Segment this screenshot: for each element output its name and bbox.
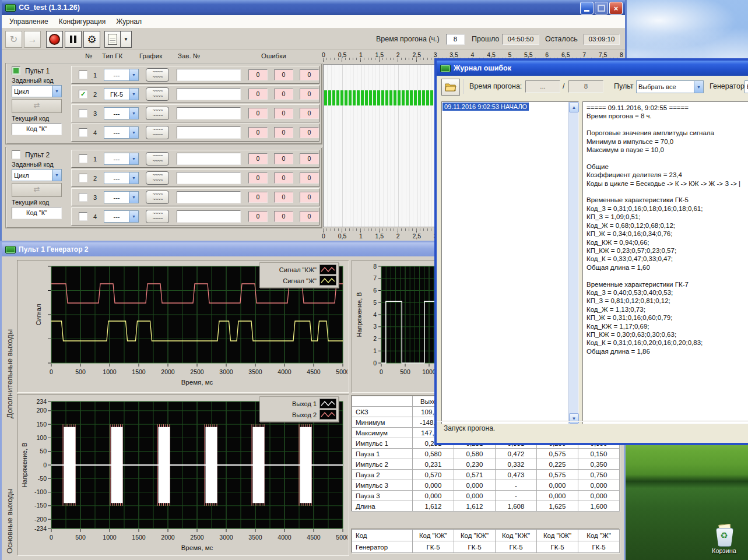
log-list-item-selected[interactable]: 09.11.2016 9:02:53 НАЧАЛО <box>443 103 529 111</box>
serial-number-input[interactable] <box>177 126 241 139</box>
chevron-down-icon[interactable]: ▼ <box>129 69 138 80</box>
svg-text:4000: 4000 <box>278 368 292 375</box>
runtime-from-field[interactable]: ... <box>525 80 560 93</box>
graph-button[interactable]: ~~~~~~~~ <box>146 171 169 185</box>
open-log-button[interactable] <box>441 79 460 96</box>
svg-text:500: 500 <box>75 368 86 375</box>
pult-select-arrow-icon[interactable]: ▼ <box>694 81 703 93</box>
serial-number-input[interactable] <box>177 191 241 203</box>
graph-button[interactable]: ~~~~~~~~ <box>146 87 169 101</box>
svg-text:500: 500 <box>400 368 410 375</box>
gk-type-select[interactable]: ---▼ <box>104 69 139 81</box>
gk-type-value: --- <box>104 156 129 163</box>
chevron-down-icon[interactable]: ▼ <box>52 170 61 181</box>
settings-button[interactable]: ⚙ <box>83 31 100 48</box>
set-code-select[interactable]: Цикл▼ <box>12 85 62 97</box>
swap-code-button[interactable]: ⇄ <box>12 99 62 113</box>
graph-button[interactable]: ~~~~~~~~ <box>146 152 169 165</box>
generator-enable-checkbox[interactable] <box>79 212 87 221</box>
gk-type-value: --- <box>104 72 129 79</box>
error-count-field: 0 <box>248 192 268 203</box>
generator-select[interactable]: Выбрать все ▼ <box>745 80 748 93</box>
pause-button[interactable] <box>65 31 82 48</box>
gk-type-select[interactable]: ---▼ <box>104 107 139 119</box>
swap-code-button[interactable]: ⇄ <box>12 183 62 197</box>
sync-button[interactable]: ↻ <box>5 31 22 48</box>
gk-type-select[interactable]: ---▼ <box>104 172 139 184</box>
chevron-down-icon[interactable]: ▼ <box>129 153 138 164</box>
pult-group-1: Пульт 1Заданный кодЦикл▼⇄Текущий кодКод … <box>5 63 322 145</box>
value-cell: 0,570 <box>413 470 454 480</box>
generator-enable-checkbox[interactable] <box>79 109 87 118</box>
generator-enable-checkbox[interactable]: ✓ <box>79 90 87 98</box>
chevron-down-icon[interactable]: ▼ <box>52 86 61 97</box>
menu-item-Журнал[interactable]: Журнал <box>111 16 147 27</box>
list-scrollbar[interactable]: ▲ ▼ <box>568 102 578 424</box>
gk-type-select[interactable]: ---▼ <box>104 126 139 139</box>
runtime-input[interactable]: 8 <box>446 34 465 45</box>
report-dropdown-button[interactable]: ▼ <box>120 31 132 48</box>
legend-row[interactable]: Выход 1 <box>262 398 336 409</box>
pult-1-enable-checkbox[interactable] <box>12 66 20 75</box>
gk-type-select[interactable]: ---▼ <box>104 153 139 165</box>
generator-enable-checkbox[interactable] <box>79 128 87 137</box>
serial-number-input[interactable] <box>177 107 241 119</box>
generator-enable-checkbox[interactable] <box>79 71 87 79</box>
serial-number-input[interactable] <box>177 69 241 81</box>
legend-row[interactable]: Выход 2 <box>262 409 336 420</box>
graph-button[interactable]: ~~~~~~~~ <box>146 126 169 139</box>
log-detail-panel: ===== 09.11.2016, 9:02:55 ===== Время пр… <box>582 101 748 424</box>
gk-type-select[interactable]: ---▼ <box>104 210 139 223</box>
set-code-select[interactable]: Цикл▼ <box>12 169 62 181</box>
chevron-down-icon[interactable]: ▼ <box>129 89 138 100</box>
chevron-down-icon[interactable]: ▼ <box>129 172 138 184</box>
minimize-button[interactable] <box>580 2 594 15</box>
error-count-field: 0 <box>274 153 293 164</box>
maximize-button[interactable] <box>595 2 608 15</box>
runtime-to-field[interactable]: 8 <box>568 80 603 93</box>
stop-button[interactable] <box>46 31 63 48</box>
close-button[interactable]: × <box>609 2 623 15</box>
dialog-titlebar[interactable]: Журнал ошибок <box>437 61 748 76</box>
graph-button[interactable]: ~~~~~~~~ <box>146 210 169 223</box>
svg-text:-50: -50 <box>38 475 47 482</box>
generator-enable-checkbox[interactable] <box>79 174 87 182</box>
generator-enable-checkbox[interactable] <box>79 193 87 202</box>
generator-enable-checkbox[interactable] <box>79 154 87 163</box>
main-titlebar[interactable]: CG_test (1.3.1.26) × <box>2 0 625 15</box>
app-icon <box>5 4 16 12</box>
run-button[interactable]: → <box>24 31 41 48</box>
serial-number-input[interactable] <box>177 153 241 165</box>
serial-number-input[interactable] <box>177 172 241 184</box>
serial-number-input[interactable] <box>177 88 241 100</box>
value-cell: 0,225 <box>537 459 578 470</box>
gk-type-select[interactable]: ---▼ <box>104 191 139 203</box>
pult-2-enable-checkbox[interactable] <box>12 150 20 159</box>
generator-select-value: Выбрать все <box>745 83 748 90</box>
chevron-down-icon[interactable]: ▼ <box>129 192 138 203</box>
chevron-down-icon[interactable]: ▼ <box>129 127 138 138</box>
svg-text:0: 0 <box>43 462 47 469</box>
report-button[interactable] <box>104 31 121 48</box>
gk-type-select[interactable]: ГК-5▼ <box>104 88 139 100</box>
generator-number: 2 <box>91 91 99 98</box>
chevron-down-icon[interactable]: ▼ <box>129 108 138 119</box>
serial-number-input[interactable] <box>177 210 241 223</box>
error-log-dialog: Журнал ошибок Время прогона: ... / 8 Пул… <box>434 58 748 445</box>
svg-text:3500: 3500 <box>248 534 262 541</box>
chevron-down-icon[interactable]: ▼ <box>129 211 138 222</box>
graph-button[interactable]: ~~~~~~~~ <box>146 68 169 82</box>
menu-item-Управление[interactable]: Управление <box>4 16 54 27</box>
graph-button[interactable]: ~~~~~~~~ <box>146 107 169 120</box>
value-cell: Код "КЖ" <box>454 530 496 541</box>
menu-item-Конфигурация[interactable]: Конфигурация <box>54 16 111 27</box>
gk-type-value: --- <box>104 194 129 201</box>
scroll-up-icon[interactable]: ▲ <box>569 102 579 112</box>
current-code-label: Текущий код <box>12 115 68 122</box>
pult-select[interactable]: Выбрать все ▼ <box>636 80 704 93</box>
legend-row[interactable]: Сигнал "КЖ" <box>262 264 336 275</box>
recycle-bin-desktop-icon[interactable]: ♻ Корзина <box>707 523 741 554</box>
graph-button[interactable]: ~~~~~~~~ <box>146 191 169 204</box>
ruler-tick-label: 1 <box>359 233 363 240</box>
legend-row[interactable]: Сигнал "Ж" <box>262 275 336 286</box>
